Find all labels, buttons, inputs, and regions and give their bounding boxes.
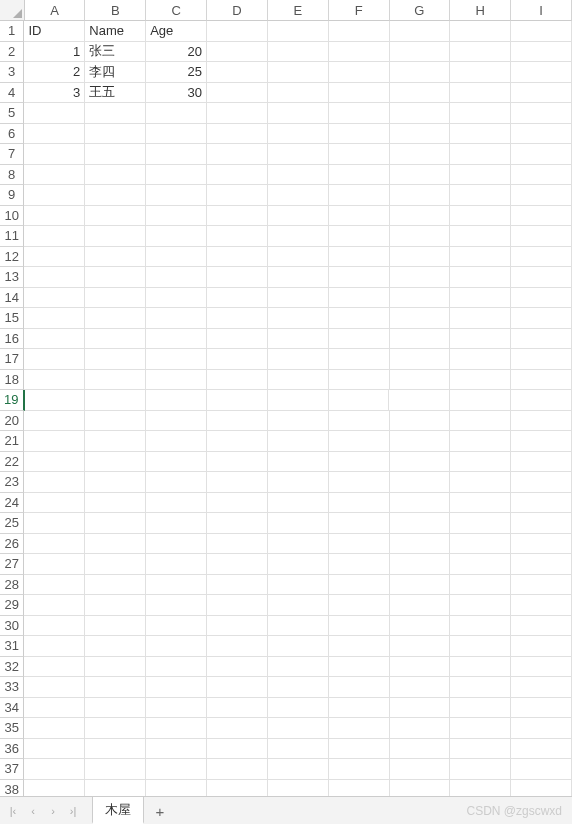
row-header-30[interactable]: 30 xyxy=(0,616,24,637)
cell-A2[interactable]: 1 xyxy=(24,42,85,63)
cell-E17[interactable] xyxy=(268,349,329,370)
cell-H35[interactable] xyxy=(450,718,511,739)
cell-I8[interactable] xyxy=(511,165,572,186)
cell-H32[interactable] xyxy=(450,657,511,678)
cell-D17[interactable] xyxy=(207,349,268,370)
cell-I17[interactable] xyxy=(511,349,572,370)
cell-B21[interactable] xyxy=(85,431,146,452)
cell-F25[interactable] xyxy=(329,513,390,534)
cell-A5[interactable] xyxy=(24,103,85,124)
cell-D12[interactable] xyxy=(207,247,268,268)
cell-I28[interactable] xyxy=(511,575,572,596)
cell-D10[interactable] xyxy=(207,206,268,227)
nav-prev-button[interactable]: ‹ xyxy=(24,798,42,824)
cell-G16[interactable] xyxy=(390,329,451,350)
cell-F4[interactable] xyxy=(329,83,390,104)
cell-A30[interactable] xyxy=(24,616,85,637)
cell-C27[interactable] xyxy=(146,554,207,575)
cell-A37[interactable] xyxy=(24,759,85,780)
cell-H29[interactable] xyxy=(450,595,511,616)
cell-D38[interactable] xyxy=(207,780,268,797)
cell-F26[interactable] xyxy=(329,534,390,555)
cell-G8[interactable] xyxy=(390,165,451,186)
cell-G20[interactable] xyxy=(390,411,451,432)
cell-A8[interactable] xyxy=(24,165,85,186)
cell-A25[interactable] xyxy=(24,513,85,534)
cell-C5[interactable] xyxy=(146,103,207,124)
cell-G4[interactable] xyxy=(390,83,451,104)
add-sheet-button[interactable]: + xyxy=(148,798,172,824)
cell-G24[interactable] xyxy=(390,493,451,514)
cell-H9[interactable] xyxy=(450,185,511,206)
cell-I16[interactable] xyxy=(511,329,572,350)
cell-G15[interactable] xyxy=(390,308,451,329)
cell-I15[interactable] xyxy=(511,308,572,329)
cell-F27[interactable] xyxy=(329,554,390,575)
cell-B3[interactable]: 李四 xyxy=(85,62,146,83)
row-header-3[interactable]: 3 xyxy=(0,62,24,83)
cell-E25[interactable] xyxy=(268,513,329,534)
cell-F36[interactable] xyxy=(329,739,390,760)
row-header-10[interactable]: 10 xyxy=(0,206,24,227)
cell-H6[interactable] xyxy=(450,124,511,145)
cell-A33[interactable] xyxy=(24,677,85,698)
cell-E18[interactable] xyxy=(268,370,329,391)
cell-C11[interactable] xyxy=(146,226,207,247)
cell-C38[interactable] xyxy=(146,780,207,797)
cell-F9[interactable] xyxy=(329,185,390,206)
cell-A20[interactable] xyxy=(24,411,85,432)
cell-C22[interactable] xyxy=(146,452,207,473)
cell-G13[interactable] xyxy=(390,267,451,288)
cell-D30[interactable] xyxy=(207,616,268,637)
cell-C17[interactable] xyxy=(146,349,207,370)
cell-I11[interactable] xyxy=(511,226,572,247)
cell-B29[interactable] xyxy=(85,595,146,616)
cell-E1[interactable] xyxy=(268,21,329,42)
row-header-24[interactable]: 24 xyxy=(0,493,24,514)
nav-first-button[interactable]: |‹ xyxy=(4,798,22,824)
cell-I25[interactable] xyxy=(511,513,572,534)
cell-I33[interactable] xyxy=(511,677,572,698)
row-header-15[interactable]: 15 xyxy=(0,308,24,329)
row-header-22[interactable]: 22 xyxy=(0,452,24,473)
row-header-23[interactable]: 23 xyxy=(0,472,24,493)
cell-H18[interactable] xyxy=(450,370,511,391)
cell-F24[interactable] xyxy=(329,493,390,514)
row-header-4[interactable]: 4 xyxy=(0,83,24,104)
cell-G11[interactable] xyxy=(390,226,451,247)
cell-A9[interactable] xyxy=(24,185,85,206)
cell-C6[interactable] xyxy=(146,124,207,145)
cell-B23[interactable] xyxy=(85,472,146,493)
cell-A13[interactable] xyxy=(24,267,85,288)
cell-C33[interactable] xyxy=(146,677,207,698)
cell-I31[interactable] xyxy=(511,636,572,657)
cell-G9[interactable] xyxy=(390,185,451,206)
cell-I32[interactable] xyxy=(511,657,572,678)
cell-G22[interactable] xyxy=(390,452,451,473)
cell-C37[interactable] xyxy=(146,759,207,780)
cell-G26[interactable] xyxy=(390,534,451,555)
cell-A12[interactable] xyxy=(24,247,85,268)
row-header-36[interactable]: 36 xyxy=(0,739,24,760)
cell-C13[interactable] xyxy=(146,267,207,288)
cell-C25[interactable] xyxy=(146,513,207,534)
cell-C7[interactable] xyxy=(146,144,207,165)
cell-D35[interactable] xyxy=(207,718,268,739)
cell-C28[interactable] xyxy=(146,575,207,596)
row-header-25[interactable]: 25 xyxy=(0,513,24,534)
cell-E6[interactable] xyxy=(268,124,329,145)
cell-D4[interactable] xyxy=(207,83,268,104)
cell-A35[interactable] xyxy=(24,718,85,739)
cell-C23[interactable] xyxy=(146,472,207,493)
cell-E8[interactable] xyxy=(268,165,329,186)
cell-H21[interactable] xyxy=(450,431,511,452)
cell-H11[interactable] xyxy=(450,226,511,247)
cell-G37[interactable] xyxy=(390,759,451,780)
cell-H37[interactable] xyxy=(450,759,511,780)
cell-A14[interactable] xyxy=(24,288,85,309)
cell-D31[interactable] xyxy=(207,636,268,657)
cell-E21[interactable] xyxy=(268,431,329,452)
cell-A32[interactable] xyxy=(24,657,85,678)
cell-B2[interactable]: 张三 xyxy=(85,42,146,63)
cell-F18[interactable] xyxy=(329,370,390,391)
